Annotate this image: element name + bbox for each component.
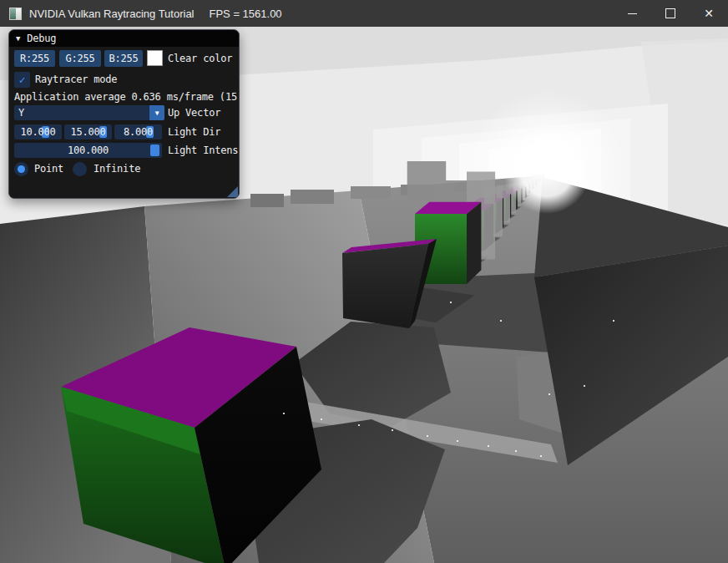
light-dir-label: Light Dir <box>168 124 220 139</box>
color-swatch[interactable] <box>147 50 163 66</box>
minimize-button[interactable] <box>613 0 651 27</box>
combo-arrow-button[interactable]: ▼ <box>149 105 164 120</box>
titlebar[interactable]: NVIDIA Vulkan Raytracing Tutorial FPS = … <box>0 0 728 27</box>
render-viewport[interactable]: ▼ Debug R:255 G:255 B:255 Clear color ✓ … <box>0 27 728 563</box>
chevron-down-icon: ▼ <box>155 109 159 117</box>
light-dir-z-value: 8.000 <box>114 124 162 139</box>
light-dir-x-slider[interactable]: 10.000 <box>14 124 62 139</box>
minimize-icon <box>628 13 637 14</box>
close-icon: ✕ <box>704 8 714 19</box>
stats-row: Application average 0.636 ms/frame (15 <box>9 90 239 104</box>
light-glow-core <box>503 127 590 214</box>
clear-color-row: R:255 G:255 B:255 Clear color <box>9 50 239 67</box>
red-value-button[interactable]: R:255 <box>14 50 55 67</box>
up-vector-combo[interactable]: Y ▼ <box>14 105 164 120</box>
infinite-light-label: Infinite <box>94 162 140 176</box>
up-vector-label: Up Vector <box>168 105 220 120</box>
light-type-row: Point Infinite <box>9 162 239 177</box>
blue-value-button[interactable]: B:255 <box>104 50 143 67</box>
light-dir-y-slider[interactable]: 15.000 <box>64 124 112 139</box>
raytracer-checkbox[interactable]: ✓ <box>14 72 30 88</box>
window-title: NVIDIA Vulkan Raytracing Tutorial <box>29 8 195 20</box>
light-dir-z-slider[interactable]: 8.000 <box>114 124 162 139</box>
raytracer-label: Raytracer mode <box>35 72 117 88</box>
light-dir-x-value: 10.000 <box>14 124 62 139</box>
fps-counter: FPS = 1561.00 <box>210 8 282 20</box>
point-light-label: Point <box>34 162 63 176</box>
green-value-button[interactable]: G:255 <box>59 50 101 67</box>
raytracer-row: ✓ Raytracer mode <box>9 72 239 88</box>
window-controls: ✕ <box>613 0 728 27</box>
debug-panel-titlebar[interactable]: ▼ Debug <box>9 30 239 47</box>
maximize-button[interactable] <box>651 0 690 27</box>
app-icon <box>9 8 22 20</box>
light-intensity-value: 100.000 <box>14 143 162 158</box>
radio-dot <box>18 165 25 173</box>
check-icon: ✓ <box>19 74 26 86</box>
light-dir-y-value: 15.000 <box>64 124 112 139</box>
up-vector-value: Y <box>14 105 24 120</box>
stats-text: Application average 0.636 ms/frame (15 <box>14 90 237 104</box>
point-light-radio[interactable] <box>14 162 28 176</box>
up-vector-row: Y ▼ Up Vector <box>9 105 239 120</box>
debug-panel-title: Debug <box>27 33 56 44</box>
light-intensity-slider[interactable]: 100.000 <box>14 143 162 158</box>
light-dir-row: 10.000 15.000 8.000 Light Dir <box>9 124 239 139</box>
clear-color-label: Clear color <box>168 50 232 67</box>
light-intensity-label: Light Intens <box>168 143 238 158</box>
close-button[interactable]: ✕ <box>690 0 728 27</box>
resize-grip[interactable] <box>227 186 238 197</box>
light-intensity-row: 100.000 Light Intens <box>9 143 239 158</box>
infinite-light-radio[interactable] <box>73 162 87 176</box>
debug-panel: ▼ Debug R:255 G:255 B:255 Clear color ✓ … <box>8 29 240 199</box>
maximize-icon <box>665 8 675 18</box>
collapse-arrow-icon[interactable]: ▼ <box>16 34 20 43</box>
app-icon-right <box>16 8 22 19</box>
app-window: NVIDIA Vulkan Raytracing Tutorial FPS = … <box>0 0 728 563</box>
